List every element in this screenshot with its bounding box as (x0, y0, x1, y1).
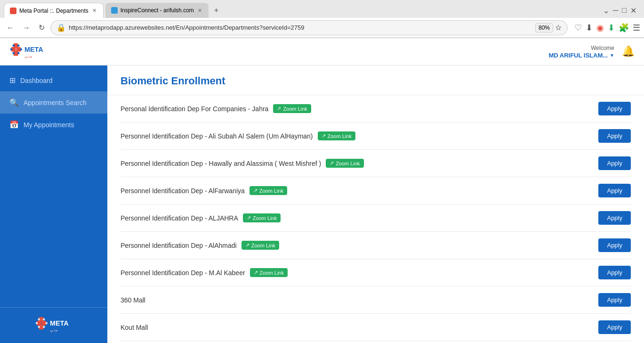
svg-point-9 (10, 48, 13, 50)
pocket-icon[interactable]: ♡ (574, 23, 582, 33)
apply-button[interactable]: Apply (598, 129, 631, 143)
notification-bell-icon[interactable]: 🔔 (622, 45, 635, 57)
table-row: Personnel Identification Dep - Hawally a… (121, 150, 631, 177)
download-icon[interactable]: ⬇ (586, 23, 593, 33)
external-link-icon: ↗ (277, 106, 281, 112)
external-link-icon: ↗ (245, 242, 250, 248)
app-body: ⊞ Dashboard 🔍 Appointments Search 📅 My A… (0, 65, 644, 343)
close-window-icon[interactable]: ✕ (630, 6, 636, 15)
table-row: Personal Identification Dep For Companie… (121, 95, 631, 122)
zoom-link-badge[interactable]: ↗ Zoom Link (326, 159, 363, 168)
new-tab-button[interactable]: + (210, 4, 222, 16)
dept-name: Kout Mall (121, 324, 148, 331)
table-row: Personnel Identification Dep - AlAhmadi↗… (121, 232, 631, 259)
table-row: Personnel Identification Dep - Ali Subah… (121, 122, 631, 150)
dept-info: Personnel Identification Dep - ALJAHRA↗ … (121, 213, 598, 222)
svg-point-5 (17, 44, 20, 47)
sidebar-item-appointments-search-label: Appointments Search (24, 99, 87, 106)
dept-info: 360 Mall (121, 296, 598, 304)
tab-1-close[interactable]: ✕ (91, 7, 97, 15)
dept-name: Personnel Identification Dep - ALJAHRA (121, 214, 238, 222)
svg-text:متي: متي (50, 328, 58, 332)
star-icon[interactable]: ☆ (555, 23, 562, 32)
tab-actions: ⌄ ─ □ ✕ (603, 6, 640, 15)
extension-icon[interactable]: ⬇ (608, 23, 615, 33)
dept-name: Personnel Identification Dep - M.Al Kabe… (121, 269, 245, 277)
tab-2[interactable]: InspireConnect - arifulsh.com ✕ (105, 3, 209, 18)
logo-area: META متي (9, 41, 47, 62)
zoom-link-badge[interactable]: ↗ Zoom Link (243, 213, 281, 222)
meta-logo: META متي (9, 41, 47, 62)
svg-text:متي: متي (24, 54, 33, 58)
zoom-link-badge[interactable]: ↗ Zoom Link (273, 104, 311, 113)
address-bar-icons: 80% ☆ (535, 23, 562, 33)
apply-button[interactable]: Apply (598, 320, 631, 334)
menu-icon[interactable]: ☰ (633, 23, 640, 33)
apply-button[interactable]: Apply (598, 102, 631, 115)
zoom-link-badge[interactable]: ↗ Zoom Link (250, 186, 287, 195)
svg-point-19 (43, 326, 45, 328)
apply-button[interactable]: Apply (598, 184, 631, 197)
tab-1-favicon (10, 8, 16, 14)
apply-button[interactable]: Apply (598, 211, 631, 225)
sidebar-item-my-appointments-label: My Appointments (24, 121, 74, 129)
svg-point-6 (12, 52, 15, 54)
sidebar-item-dashboard-label: Dashboard (20, 77, 53, 84)
tab-1-title: Meta Portal ::. Departments (19, 8, 89, 14)
welcome-name[interactable]: MD ARIFUL ISLAM... ▼ (548, 52, 614, 59)
zoom-link-badge[interactable]: ↗ Zoom Link (250, 268, 288, 277)
dept-name: Personal Identification Dep For Companie… (121, 105, 268, 113)
dashboard-icon: ⊞ (9, 76, 16, 85)
external-link-icon: ↗ (330, 160, 334, 166)
svg-point-4 (12, 44, 15, 47)
sidebar-item-dashboard[interactable]: ⊞ Dashboard (0, 69, 107, 91)
dept-info: Personnel Identification Dep - AlAhmadi↗… (121, 241, 598, 250)
apply-button[interactable]: Apply (598, 266, 631, 279)
svg-point-21 (36, 322, 38, 324)
sidebar-item-my-appointments[interactable]: 📅 My Appointments (0, 114, 107, 136)
address-bar[interactable]: 🔒 https://metaprodapp.azurewebsites.net/… (50, 20, 568, 35)
apply-button[interactable]: Apply (598, 293, 631, 307)
user-menu-chevron[interactable]: ▼ (610, 53, 614, 58)
extensions-icon[interactable]: 🧩 (619, 23, 629, 33)
external-link-icon: ↗ (253, 188, 258, 194)
svg-point-16 (38, 318, 40, 320)
app-container: META متي Welcome MD ARIFUL ISLAM... ▼ 🔔 … (0, 38, 644, 343)
reload-button[interactable]: ↻ (36, 21, 48, 34)
dept-info: Personnel Identification Dep - Ali Subah… (121, 131, 598, 140)
dept-info: Personnel Identification Dep - M.Al Kabe… (121, 268, 598, 277)
appointments-search-icon: 🔍 (9, 98, 19, 107)
table-row: Kout MallApply (121, 314, 631, 341)
tab-list-icon[interactable]: ⌄ (603, 6, 609, 15)
back-button[interactable]: ← (4, 22, 17, 34)
external-link-icon: ↗ (254, 270, 258, 276)
sidebar-item-appointments-search[interactable]: 🔍 Appointments Search (0, 91, 107, 114)
dept-name: 360 Mall (121, 296, 145, 304)
welcome-section: Welcome MD ARIFUL ISLAM... ▼ (548, 44, 614, 59)
zoom-level[interactable]: 80% (535, 23, 553, 33)
header-right: Welcome MD ARIFUL ISLAM... ▼ 🔔 (548, 44, 635, 59)
url-text: https://metaprodapp.azurewebsites.net/En… (69, 24, 532, 31)
dept-info: Personnel Identification Dep - Hawally a… (121, 159, 598, 168)
minimize-icon[interactable]: ─ (613, 6, 618, 15)
main-content: Biometric Enrollment Personal Identifica… (107, 65, 644, 343)
browser-chrome: Meta Portal ::. Departments ✕ InspireCon… (0, 0, 644, 38)
tab-1[interactable]: Meta Portal ::. Departments ✕ (4, 3, 104, 18)
zoom-link-badge[interactable]: ↗ Zoom Link (318, 131, 355, 140)
forward-button[interactable]: → (20, 22, 33, 34)
svg-point-17 (43, 318, 45, 320)
apply-button[interactable]: Apply (598, 238, 631, 252)
apply-button[interactable]: Apply (598, 156, 631, 170)
tab-bar: Meta Portal ::. Departments ✕ InspireCon… (0, 0, 644, 18)
sidebar-footer: META متي (0, 307, 107, 343)
vpn-icon[interactable]: ◉ (596, 23, 604, 33)
maximize-icon[interactable]: □ (622, 6, 627, 15)
table-row: Personnel Identification Dep - ALJAHRA↗ … (121, 204, 631, 232)
external-link-icon: ↗ (322, 133, 326, 139)
zoom-link-badge[interactable]: ↗ Zoom Link (242, 241, 279, 250)
sidebar: ⊞ Dashboard 🔍 Appointments Search 📅 My A… (0, 65, 107, 343)
tab-2-close[interactable]: ✕ (197, 7, 203, 15)
dept-info: Personal Identification Dep For Companie… (121, 104, 598, 113)
svg-text:META: META (24, 46, 43, 53)
external-link-icon: ↗ (247, 215, 251, 221)
